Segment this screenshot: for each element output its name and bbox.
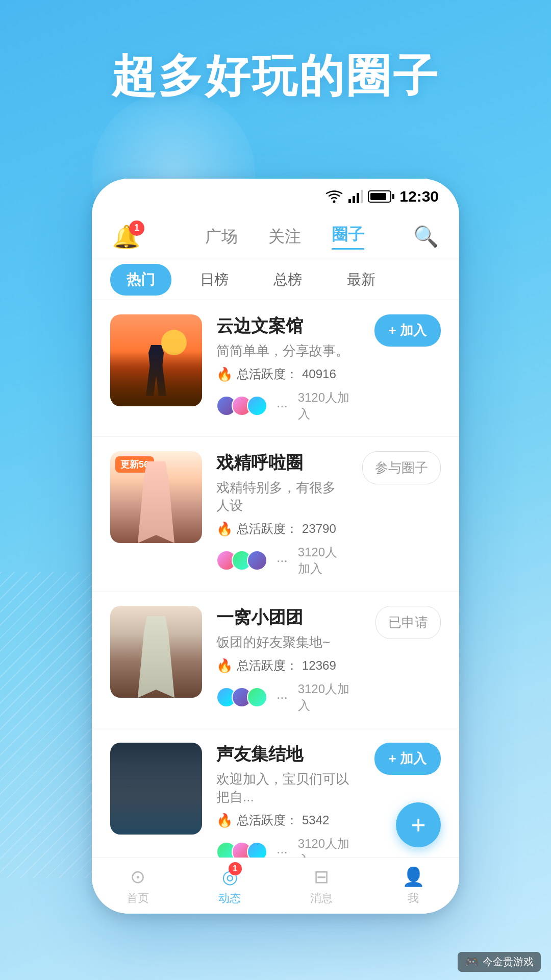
join-button-4[interactable]: + 加入 <box>374 743 441 775</box>
bottom-nav: ⊙ 首页 ◎ 1 动态 ⊟ 消息 👤 我 <box>92 857 459 914</box>
filter-tabs: 热门 日榜 总榜 最新 <box>92 259 459 300</box>
svg-point-0 <box>333 201 336 203</box>
member-dots-3: ··· <box>277 690 288 705</box>
svg-rect-3 <box>357 193 359 203</box>
battery-icon <box>368 190 394 203</box>
member-avatar <box>247 687 267 707</box>
community-item-2: 更新56 戏精呼啦圈 戏精特别多，有很多人设 🔥 总活跃度： 23790 <box>92 437 459 592</box>
dynamic-badge: 1 <box>229 862 242 875</box>
community-item-1: 云边文案馆 简简单单，分享故事。 🔥 总活跃度： 40916 ··· 3120人… <box>92 300 459 437</box>
member-count-2: 3120人加入 <box>298 544 348 577</box>
member-count-3: 3120人加入 <box>298 681 361 714</box>
phone-mockup: 12:30 🔔 1 广场 关注 圈子 🔍 热门 日榜 总榜 最新 云边 <box>92 179 459 914</box>
search-icon[interactable]: 🔍 <box>413 225 439 249</box>
bottom-nav-profile[interactable]: 👤 我 <box>367 866 459 906</box>
bottom-nav-message-label: 消息 <box>310 891 333 906</box>
nav-bar: 🔔 1 广场 关注 圈子 🔍 <box>92 214 459 259</box>
profile-icon: 👤 <box>402 866 425 888</box>
community-item-3: 一窝小团团 饭团的好友聚集地~ 🔥 总活跃度： 12369 ··· 3120人加… <box>92 592 459 728</box>
community-thumb-1 <box>110 314 202 406</box>
bottom-nav-home[interactable]: ⊙ 首页 <box>92 866 184 906</box>
community-name-1: 云边文案馆 <box>216 314 360 338</box>
filter-total[interactable]: 总榜 <box>257 264 318 296</box>
community-action-1: + 加入 <box>374 314 441 349</box>
status-icons: 12:30 <box>325 188 439 205</box>
community-desc-4: 欢迎加入，宝贝们可以把自... <box>216 770 360 806</box>
community-activity-4: 🔥 总活跃度： 5342 <box>216 812 360 828</box>
community-name-3: 一窝小团团 <box>216 606 361 629</box>
join-button-1[interactable]: + 加入 <box>374 314 441 347</box>
tab-square[interactable]: 广场 <box>205 226 238 248</box>
community-members-2: ··· 3120人加入 <box>216 544 348 577</box>
fire-icon-1: 🔥 <box>216 366 233 382</box>
community-activity-1: 🔥 总活跃度： 40916 <box>216 366 360 382</box>
community-desc-1: 简简单单，分享故事。 <box>216 342 360 360</box>
fire-icon-3: 🔥 <box>216 658 233 674</box>
fire-icon-4: 🔥 <box>216 813 233 828</box>
community-desc-2: 戏精特别多，有很多人设 <box>216 479 348 514</box>
member-avatars-1 <box>216 396 262 416</box>
community-info-2: 戏精呼啦圈 戏精特别多，有很多人设 🔥 总活跃度： 23790 ··· 3120… <box>216 451 348 577</box>
community-name-4: 声友集结地 <box>216 743 360 766</box>
member-avatars-2 <box>216 550 262 571</box>
dynamic-icon-container: ◎ 1 <box>222 866 238 888</box>
filter-latest[interactable]: 最新 <box>331 264 392 296</box>
community-thumb-4 <box>110 743 202 835</box>
nav-tabs: 广场 关注 圈子 <box>156 224 413 250</box>
bell-badge: 1 <box>129 220 144 236</box>
fire-icon-2: 🔥 <box>216 521 233 537</box>
status-time: 12:30 <box>399 188 439 205</box>
member-avatars-3 <box>216 687 262 707</box>
member-avatar <box>247 550 267 571</box>
member-avatar <box>247 396 267 416</box>
bottom-nav-dynamic-label: 动态 <box>218 891 241 906</box>
nav-bell[interactable]: 🔔 1 <box>112 224 140 250</box>
svg-rect-4 <box>361 190 363 203</box>
home-icon: ⊙ <box>130 866 145 888</box>
community-members-1: ··· 3120人加入 <box>216 389 360 422</box>
applied-button-3[interactable]: 已申请 <box>375 606 441 639</box>
filter-daily[interactable]: 日榜 <box>184 264 245 296</box>
tab-follow[interactable]: 关注 <box>268 226 301 248</box>
community-action-4: + 加入 <box>374 743 441 777</box>
community-members-3: ··· 3120人加入 <box>216 681 361 714</box>
community-action-3: 已申请 <box>375 606 441 641</box>
svg-rect-1 <box>348 199 351 203</box>
community-activity-2: 🔥 总活跃度： 23790 <box>216 521 348 537</box>
svg-rect-2 <box>353 196 355 203</box>
community-thumb-3 <box>110 606 202 698</box>
community-info-1: 云边文案馆 简简单单，分享故事。 🔥 总活跃度： 40916 ··· 3120人… <box>216 314 360 422</box>
community-name-2: 戏精呼啦圈 <box>216 451 348 475</box>
participate-button-2[interactable]: 参与圈子 <box>362 451 441 484</box>
fab-button[interactable]: + <box>396 802 441 847</box>
bottom-nav-home-label: 首页 <box>127 891 149 906</box>
filter-hot[interactable]: 热门 <box>110 264 171 296</box>
wifi-icon <box>325 190 343 203</box>
community-activity-3: 🔥 总活跃度： 12369 <box>216 657 361 674</box>
bottom-nav-dynamic[interactable]: ◎ 1 动态 <box>184 866 276 906</box>
content-list: 云边文案馆 简简单单，分享故事。 🔥 总活跃度： 40916 ··· 3120人… <box>92 300 459 883</box>
signal-icon <box>348 190 363 203</box>
community-thumb-2: 更新56 <box>110 451 202 543</box>
message-icon: ⊟ <box>314 866 329 888</box>
member-dots-2: ··· <box>277 553 288 569</box>
hero-title: 超多好玩的圈子 <box>0 46 551 107</box>
status-bar: 12:30 <box>92 179 459 214</box>
bottom-nav-message[interactable]: ⊟ 消息 <box>276 866 367 906</box>
community-desc-3: 饭团的好友聚集地~ <box>216 633 361 651</box>
community-action-2: 参与圈子 <box>362 451 441 486</box>
member-count-1: 3120人加入 <box>298 389 360 422</box>
watermark: 🎮 今金贵游戏 <box>458 952 541 972</box>
tab-circle[interactable]: 圈子 <box>332 224 364 250</box>
community-info-3: 一窝小团团 饭团的好友聚集地~ 🔥 总活跃度： 12369 ··· 3120人加… <box>216 606 361 714</box>
bottom-nav-profile-label: 我 <box>408 891 419 906</box>
member-dots: ··· <box>277 398 288 414</box>
community-info-4: 声友集结地 欢迎加入，宝贝们可以把自... 🔥 总活跃度： 5342 ··· 3… <box>216 743 360 868</box>
